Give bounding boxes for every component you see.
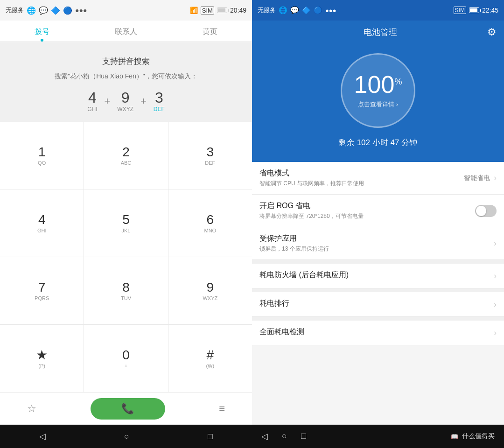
key-6[interactable]: 6 MNO bbox=[168, 189, 252, 257]
status-right-items: 📶 SIM 20:49 bbox=[190, 7, 246, 14]
protected-apps-title: 受保护应用 bbox=[259, 234, 494, 244]
time-right: 22:45 bbox=[482, 7, 498, 14]
watermark-icon: 📖 bbox=[451, 433, 458, 440]
battery-fill-left bbox=[218, 8, 225, 12]
power-rank-title: 耗电排行 bbox=[259, 299, 494, 308]
battery-detail-link[interactable]: 点击查看详情 › bbox=[358, 100, 398, 109]
wifi-icon: 📶 bbox=[190, 7, 198, 14]
sim-icon: SIM bbox=[201, 7, 214, 14]
battery-icon-left bbox=[217, 7, 227, 13]
settings-item-firewall[interactable]: 耗电防火墙 (后台耗电应用) › bbox=[252, 264, 504, 288]
keypad: 1 QO 2 ABC 3 DEF 4 GHI 5 JKL 6 M bbox=[0, 122, 252, 392]
pinyin-key-3: 3 DEF bbox=[154, 90, 165, 112]
back-button-right[interactable]: ◁ bbox=[261, 431, 268, 441]
pinyin-title: 支持拼音搜索 bbox=[9, 56, 243, 67]
recents-button-right[interactable]: □ bbox=[301, 431, 306, 441]
no-service-label: 无服务 bbox=[6, 6, 24, 14]
pinyin-plus-2: + bbox=[140, 95, 147, 107]
favorites-icon[interactable]: ☆ bbox=[27, 403, 36, 415]
battery-percent: 100% bbox=[354, 72, 402, 97]
keypad-row-3: 7 PQRS 8 TUV 9 WXYZ bbox=[0, 257, 252, 325]
watermark-text: 什么值得买 bbox=[462, 432, 495, 441]
app-icon-r2: 💬 bbox=[290, 6, 299, 14]
tab-dial[interactable]: 拨号 bbox=[0, 21, 84, 42]
chevron-icon-3: › bbox=[494, 271, 497, 281]
pinyin-key-4: 4 GHI bbox=[87, 90, 97, 112]
sim-icon-right: SIM bbox=[454, 7, 466, 14]
settings-item-full-check[interactable]: 全面耗电检测 › bbox=[252, 321, 504, 345]
pinyin-section: 支持拼音搜索 搜索"花小粉（Hua Xiao Fen）"，您可依次输入： 4 G… bbox=[0, 42, 252, 122]
power-mode-desc: 智能调节 CPU 与联网频率，推荐日常使用 bbox=[259, 180, 464, 188]
call-button[interactable]: 📞 bbox=[91, 398, 165, 420]
time-left: 20:49 bbox=[230, 7, 246, 14]
nav-watermark: 📖 什么值得买 bbox=[451, 432, 495, 441]
app-icon-3: 🔷 bbox=[51, 6, 60, 15]
settings-item-rog[interactable]: 开启 ROG 省电 将屏幕分辨率降至 720*1280，可节省电量 bbox=[252, 195, 504, 227]
left-panel: 无服务 🌐 💬 🔷 🔵 ●●● 📶 SIM 20:49 拨号 联系人 黄页 bbox=[0, 0, 252, 448]
key-9[interactable]: 9 WXYZ bbox=[168, 257, 252, 324]
rog-desc: 将屏幕分辨率降至 720*1280，可节省电量 bbox=[259, 212, 475, 220]
tab-bar: 拨号 联系人 黄页 bbox=[0, 21, 252, 42]
home-button-right[interactable]: ○ bbox=[282, 431, 287, 441]
key-2[interactable]: 2 ABC bbox=[84, 122, 168, 189]
key-star[interactable]: ★ (P) bbox=[0, 325, 84, 392]
key-3[interactable]: 3 DEF bbox=[168, 122, 252, 189]
chevron-icon-0: › bbox=[494, 173, 497, 183]
chevron-icon-2: › bbox=[494, 238, 497, 248]
battery-fill-right bbox=[470, 8, 477, 12]
battery-gauge-section: 100% 点击查看详情 › 剩余 102 小时 47 分钟 bbox=[252, 44, 504, 162]
bottom-bar: ☆ 📞 ≡ bbox=[0, 392, 252, 425]
keypad-row-2: 4 GHI 5 JKL 6 MNO bbox=[0, 189, 252, 257]
keypad-row-1: 1 QO 2 ABC 3 DEF bbox=[0, 122, 252, 189]
settings-item-power-rank[interactable]: 耗电排行 › bbox=[252, 292, 504, 317]
nav-bar-right: ◁ ○ □ 📖 什么值得买 bbox=[252, 425, 504, 448]
battery-circle[interactable]: 100% 点击查看详情 › bbox=[341, 53, 415, 128]
rog-toggle[interactable] bbox=[475, 205, 497, 217]
toggle-thumb bbox=[476, 206, 486, 216]
back-button-left[interactable]: ◁ bbox=[39, 431, 46, 441]
key-7[interactable]: 7 PQRS bbox=[0, 257, 84, 324]
separator-3 bbox=[252, 317, 504, 321]
key-4[interactable]: 4 GHI bbox=[0, 189, 84, 257]
app-icon-r1: 🌐 bbox=[279, 6, 287, 14]
key-hash[interactable]: # (W) bbox=[168, 325, 252, 392]
battery-remaining: 剩余 102 小时 47 分钟 bbox=[339, 137, 417, 148]
chevron-icon-4: › bbox=[494, 300, 497, 309]
keypad-row-4: ★ (P) 0 + # (W) bbox=[0, 325, 252, 392]
separator-2 bbox=[252, 288, 504, 292]
home-button-left[interactable]: ○ bbox=[124, 432, 129, 441]
recents-button-left[interactable]: □ bbox=[208, 432, 213, 441]
battery-header: 电池管理 ⚙ bbox=[252, 21, 504, 44]
separator-1 bbox=[252, 260, 504, 264]
settings-item-power-mode[interactable]: 省电模式 智能调节 CPU 与联网频率，推荐日常使用 智能省电 › bbox=[252, 162, 504, 195]
status-bar-left: 无服务 🌐 💬 🔷 🔵 ●●● 📶 SIM 20:49 bbox=[0, 0, 252, 21]
key-5[interactable]: 5 JKL bbox=[84, 189, 168, 257]
app-icon-r5: ●●● bbox=[325, 7, 336, 14]
full-check-title: 全面耗电检测 bbox=[259, 327, 494, 337]
app-icon-2: 💬 bbox=[39, 6, 48, 15]
nav-bar-left: ◁ ○ □ bbox=[0, 425, 252, 448]
pinyin-key-9: 9 WXYZ bbox=[117, 90, 133, 112]
status-right-left-items: 无服务 🌐 💬 🔷 🔵 ●●● bbox=[258, 6, 336, 14]
app-icon-r4: 🔵 bbox=[314, 6, 322, 14]
tab-contacts[interactable]: 联系人 bbox=[84, 21, 168, 42]
key-0[interactable]: 0 + bbox=[84, 325, 168, 392]
key-8[interactable]: 8 TUV bbox=[84, 257, 168, 324]
power-mode-value: 智能省电 bbox=[464, 174, 490, 182]
right-panel: 无服务 🌐 💬 🔷 🔵 ●●● SIM 22:45 电池管理 ⚙ 100% 点击… bbox=[252, 0, 504, 448]
settings-item-protected-apps[interactable]: 受保护应用 锁屏后，13 个应用保持运行 › bbox=[252, 227, 504, 260]
phone-icon: 📞 bbox=[121, 403, 134, 415]
tab-yellow-pages[interactable]: 黄页 bbox=[168, 21, 252, 42]
app-icon-1: 🌐 bbox=[27, 6, 36, 15]
settings-list: 省电模式 智能调节 CPU 与联网频率，推荐日常使用 智能省电 › 开启 ROG… bbox=[252, 162, 504, 425]
status-right-right-items: SIM 22:45 bbox=[454, 7, 498, 14]
status-bar-right: 无服务 🌐 💬 🔷 🔵 ●●● SIM 22:45 bbox=[252, 0, 504, 21]
menu-icon[interactable]: ≡ bbox=[219, 403, 225, 415]
settings-gear-icon[interactable]: ⚙ bbox=[487, 26, 497, 38]
rog-title: 开启 ROG 省电 bbox=[259, 201, 475, 211]
pinyin-desc: 搜索"花小粉（Hua Xiao Fen）"，您可依次输入： bbox=[9, 72, 243, 81]
no-service-label-right: 无服务 bbox=[258, 6, 276, 14]
key-1[interactable]: 1 QO bbox=[0, 122, 84, 189]
status-left-items: 无服务 🌐 💬 🔷 🔵 ●●● bbox=[6, 6, 87, 15]
nav-buttons-right: ◁ ○ □ bbox=[261, 431, 306, 441]
